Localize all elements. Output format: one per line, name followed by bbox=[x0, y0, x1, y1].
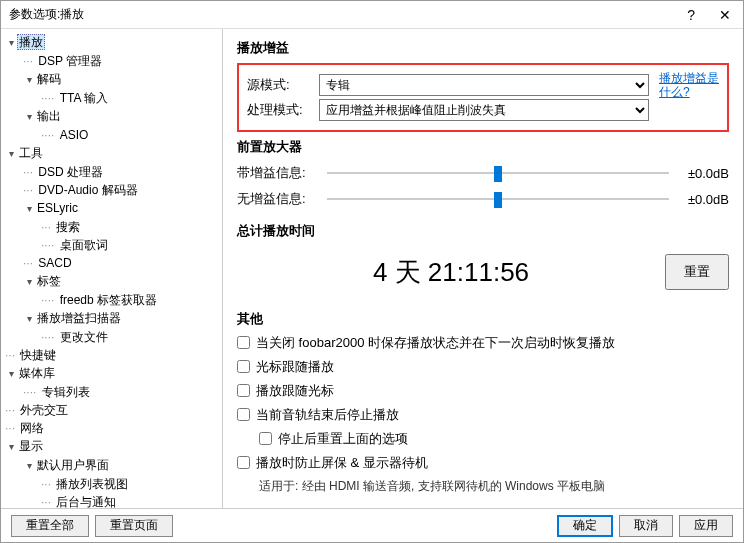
proc-mode-select[interactable]: 应用增益并根据峰值阻止削波失真 bbox=[319, 99, 649, 121]
preamp-without-slider[interactable] bbox=[327, 188, 669, 210]
collapse-icon[interactable]: ▾ bbox=[5, 365, 17, 383]
replaygain-box: 源模式: 专辑 处理模式: 应用增益并根据峰值阻止削波失真 播放增益是什么? bbox=[237, 63, 729, 132]
stop-after-option[interactable]: 当前音轨结束后停止播放 bbox=[237, 406, 729, 424]
preamp-without-label: 无增益信息: bbox=[237, 190, 327, 208]
tree-search[interactable]: 搜索 bbox=[54, 220, 82, 234]
collapse-icon[interactable]: ▾ bbox=[23, 71, 35, 89]
proc-mode-label: 处理模式: bbox=[247, 101, 319, 119]
dialog-footer: 重置全部 重置页面 确定 取消 应用 bbox=[1, 508, 743, 542]
titlebar: 参数选项:播放 ? ✕ bbox=[1, 1, 743, 29]
source-mode-select[interactable]: 专辑 bbox=[319, 74, 649, 96]
collapse-icon[interactable]: ▾ bbox=[5, 34, 17, 52]
tree-rgscanner[interactable]: 播放增益扫描器 bbox=[35, 311, 123, 325]
collapse-icon[interactable]: ▾ bbox=[23, 273, 35, 291]
preferences-window: 参数选项:播放 ? ✕ ▾播放 ··· DSP 管理器 ▾解码 ···· TTA… bbox=[0, 0, 744, 543]
tree-medialib[interactable]: 媒体库 bbox=[17, 366, 57, 380]
stop-after-checkbox[interactable] bbox=[237, 408, 250, 421]
tree-asio[interactable]: ASIO bbox=[58, 128, 91, 142]
tree-desklyric[interactable]: 桌面歌词 bbox=[58, 238, 110, 252]
save-on-close-option[interactable]: 当关闭 foobar2000 时保存播放状态并在下一次启动时恢复播放 bbox=[237, 334, 729, 352]
prevent-sleep-note: 适用于: 经由 HDMI 输送音频, 支持联网待机的 Windows 平板电脑 bbox=[259, 478, 729, 495]
cancel-button[interactable]: 取消 bbox=[619, 515, 673, 537]
stop-after-reset-checkbox[interactable] bbox=[259, 432, 272, 445]
preamp-without-value: ±0.0dB bbox=[669, 192, 729, 207]
replaygain-help-link[interactable]: 播放增益是什么? bbox=[659, 71, 719, 124]
tree-display[interactable]: 显示 bbox=[17, 439, 45, 453]
help-button[interactable]: ? bbox=[683, 7, 699, 23]
reset-playtime-button[interactable]: 重置 bbox=[665, 254, 729, 290]
cursor-follow-checkbox[interactable] bbox=[237, 360, 250, 373]
tree-shell[interactable]: 外壳交互 bbox=[18, 403, 70, 417]
tree-tools[interactable]: 工具 bbox=[17, 146, 45, 160]
window-title: 参数选项:播放 bbox=[9, 6, 683, 23]
total-playtime: 4 天 21:11:56 bbox=[237, 255, 665, 290]
play-follow-cursor-option[interactable]: 播放跟随光标 bbox=[237, 382, 729, 400]
prevent-sleep-checkbox[interactable] bbox=[237, 456, 250, 469]
play-follow-cursor-checkbox[interactable] bbox=[237, 384, 250, 397]
source-mode-label: 源模式: bbox=[247, 76, 319, 94]
tree-dvdaudio[interactable]: DVD-Audio 解码器 bbox=[36, 183, 139, 197]
collapse-icon[interactable]: ▾ bbox=[5, 145, 17, 163]
preamp-with-slider[interactable] bbox=[327, 162, 669, 184]
reset-all-button[interactable]: 重置全部 bbox=[11, 515, 89, 537]
section-replaygain: 播放增益 bbox=[237, 39, 729, 57]
ok-button[interactable]: 确定 bbox=[557, 515, 613, 537]
tree-eslyric[interactable]: ESLyric bbox=[35, 201, 80, 215]
tree-defui[interactable]: 默认用户界面 bbox=[35, 458, 111, 472]
collapse-icon[interactable]: ▾ bbox=[23, 108, 35, 126]
section-playtime: 总计播放时间 bbox=[237, 222, 729, 240]
tree-network[interactable]: 网络 bbox=[18, 421, 46, 435]
tree-output[interactable]: 输出 bbox=[35, 109, 63, 123]
tree-playback[interactable]: 播放 bbox=[17, 34, 45, 50]
close-button[interactable]: ✕ bbox=[715, 7, 735, 23]
tree-albumlist[interactable]: 专辑列表 bbox=[40, 385, 92, 399]
preamp-with-value: ±0.0dB bbox=[669, 166, 729, 181]
preamp-with-label: 带增益信息: bbox=[237, 164, 327, 182]
tree-hotkey[interactable]: 快捷键 bbox=[18, 348, 58, 362]
stop-after-reset-option[interactable]: 停止后重置上面的选项 bbox=[259, 430, 729, 448]
apply-button[interactable]: 应用 bbox=[679, 515, 733, 537]
prevent-sleep-option[interactable]: 播放时防止屏保 & 显示器待机 bbox=[237, 454, 729, 472]
tree-plview[interactable]: 播放列表视图 bbox=[54, 477, 130, 491]
collapse-icon[interactable]: ▾ bbox=[23, 310, 35, 328]
tree-bgnotify[interactable]: 后台与通知 bbox=[54, 495, 118, 508]
content-panel: 播放增益 源模式: 专辑 处理模式: 应用增益并根据峰值阻止削波失真 播放增益是… bbox=[223, 29, 743, 508]
tree-tta[interactable]: TTA 输入 bbox=[58, 91, 110, 105]
section-preamp: 前置放大器 bbox=[237, 138, 729, 156]
collapse-icon[interactable]: ▾ bbox=[23, 457, 35, 475]
tree-sacd[interactable]: SACD bbox=[36, 256, 73, 270]
section-other: 其他 bbox=[237, 310, 729, 328]
tree-freedb[interactable]: freedb 标签获取器 bbox=[58, 293, 159, 307]
reset-page-button[interactable]: 重置页面 bbox=[95, 515, 173, 537]
tree-tags[interactable]: 标签 bbox=[35, 274, 63, 288]
collapse-icon[interactable]: ▾ bbox=[5, 438, 17, 456]
tree-dsp[interactable]: DSP 管理器 bbox=[36, 54, 104, 68]
save-on-close-checkbox[interactable] bbox=[237, 336, 250, 349]
tree-decode[interactable]: 解码 bbox=[35, 72, 63, 86]
tree-modfile[interactable]: 更改文件 bbox=[58, 330, 110, 344]
nav-tree[interactable]: ▾播放 ··· DSP 管理器 ▾解码 ···· TTA 输入 ▾输出 ····… bbox=[1, 29, 223, 508]
collapse-icon[interactable]: ▾ bbox=[23, 200, 35, 218]
cursor-follow-option[interactable]: 光标跟随播放 bbox=[237, 358, 729, 376]
tree-dsdproc[interactable]: DSD 处理器 bbox=[36, 165, 105, 179]
